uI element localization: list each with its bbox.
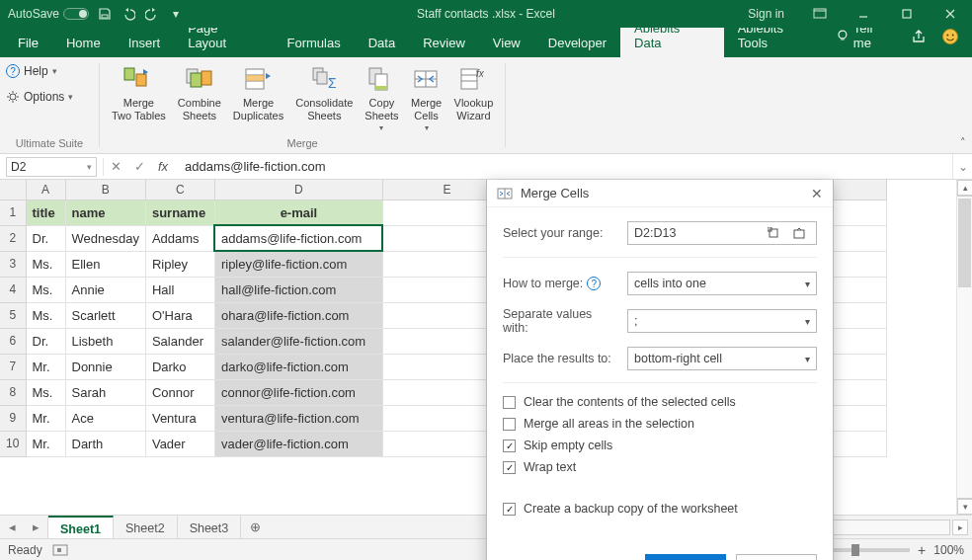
row-header[interactable]: 9 [0,405,26,431]
col-header-c[interactable]: C [145,180,214,200]
save-icon[interactable] [97,6,113,22]
row-header[interactable]: 2 [0,225,26,251]
cell[interactable]: title [26,200,65,225]
name-box[interactable]: D2▾ [6,157,97,177]
row-header[interactable]: 1 [0,200,26,225]
minimize-icon[interactable] [842,0,885,28]
combine-sheets-button[interactable]: Combine Sheets [172,61,227,134]
cell[interactable]: Addams [145,225,214,251]
clear-contents-checkbox[interactable]: Clear the contents of the selected cells [503,395,817,409]
sheet-tab-2[interactable]: Sheet2 [114,516,178,538]
tab-insert[interactable]: Insert [115,30,175,57]
zoom-value[interactable]: 100% [933,543,964,557]
sheet-tab-3[interactable]: Sheet3 [178,516,242,538]
cell[interactable]: Darth [65,431,145,456]
copy-sheets-button[interactable]: Copy Sheets▾ [359,61,404,134]
help-button[interactable]: ?Help▾ [6,61,93,81]
cell[interactable]: Ace [65,405,145,431]
row-header[interactable]: 5 [0,302,26,328]
cell[interactable]: Donnie [65,354,145,379]
tab-developer[interactable]: Developer [534,30,620,57]
signin-link[interactable]: Sign in [734,7,798,21]
cell[interactable]: Dr. [26,225,65,251]
row-header[interactable]: 6 [0,328,26,354]
collapse-ribbon-icon[interactable]: ˄ [960,136,966,149]
cell[interactable]: Dr. [26,328,65,354]
tab-formulas[interactable]: Formulas [274,30,355,57]
insert-function-icon[interactable]: fx [151,157,175,177]
share-icon[interactable] [908,25,932,48]
cell[interactable]: hall@life-fiction.com [214,277,382,302]
row-header[interactable]: 3 [0,251,26,277]
row-header[interactable]: 10 [0,431,26,456]
cell[interactable]: Ellen [65,251,145,277]
row-header[interactable]: 8 [0,379,26,405]
cell[interactable]: e-mail [214,200,382,225]
cell[interactable]: vader@life-fiction.com [214,431,382,456]
merge-duplicates-button[interactable]: Merge Duplicates [227,61,289,134]
backup-checkbox[interactable]: Create a backup copy of the worksheet [503,502,817,516]
sheet-nav-prev-icon[interactable]: ◂ [0,516,24,538]
macro-recorder-icon[interactable] [52,544,68,556]
cell[interactable]: Mr. [26,405,65,431]
maximize-icon[interactable] [885,0,929,28]
panel-close-icon[interactable]: ✕ [811,186,823,201]
tab-review[interactable]: Review [409,30,479,57]
row-header[interactable]: 4 [0,277,26,302]
vertical-scrollbar[interactable]: ▴ ▾ [956,180,972,515]
cell[interactable]: Ventura [145,405,214,431]
cell[interactable]: Ms. [26,302,65,328]
cell[interactable]: Vader [145,431,214,456]
cell[interactable]: ventura@life-fiction.com [214,405,382,431]
cell[interactable]: Mr. [26,354,65,379]
cell[interactable]: ohara@life-fiction.com [214,302,382,328]
qat-customize-icon[interactable]: ▾ [168,6,184,22]
cell[interactable]: Ripley [145,251,214,277]
tab-view[interactable]: View [479,30,534,57]
accept-formula-icon[interactable]: ✓ [127,157,151,177]
cell[interactable]: connor@life-fiction.com [214,379,382,405]
cell[interactable]: Lisbeth [65,328,145,354]
merge-two-tables-button[interactable]: Merge Two Tables [106,61,172,134]
cell[interactable]: O'Hara [145,302,214,328]
merge-button[interactable]: Merge [645,554,726,560]
tab-file[interactable]: File [4,30,52,57]
cell[interactable]: Annie [65,277,145,302]
row-header[interactable]: 7 [0,354,26,379]
select-all-corner[interactable] [0,180,26,200]
cell[interactable]: Connor [145,379,214,405]
select-range-icon[interactable] [763,222,784,244]
tab-home[interactable]: Home [52,30,115,57]
col-header-b[interactable]: B [65,180,145,200]
cell[interactable]: Ms. [26,277,65,302]
cell[interactable]: Hall [145,277,214,302]
cell[interactable]: surname [145,200,214,225]
consolidate-sheets-button[interactable]: ΣConsolidate Sheets [289,61,359,134]
cell[interactable]: Mr. [26,431,65,456]
cell-active[interactable]: addams@life-fiction.com [214,225,382,251]
scroll-up-icon[interactable]: ▴ [957,180,972,196]
range-input[interactable]: D2:D13 [627,221,817,245]
cell[interactable]: Scarlett [65,302,145,328]
close-icon[interactable] [929,0,972,28]
scroll-down-icon[interactable]: ▾ [957,499,972,515]
feedback-icon[interactable] [938,25,962,48]
cell[interactable]: ripley@life-fiction.com [214,251,382,277]
merge-cells-button[interactable]: Merge Cells▾ [405,61,448,134]
col-header-d[interactable]: D [214,180,382,200]
ribbon-options-icon[interactable] [798,0,842,28]
cell[interactable]: Wednesday [65,225,145,251]
cell[interactable]: salander@life-fiction.com [214,328,382,354]
options-button[interactable]: Options▾ [6,87,93,107]
wrap-text-checkbox[interactable]: Wrap text [503,460,817,474]
merge-all-areas-checkbox[interactable]: Merge all areas in the selection [503,417,817,431]
separator-select[interactable]: ;▾ [627,309,817,333]
sheet-nav-next-icon[interactable]: ▸ [24,516,47,538]
cell[interactable]: Sarah [65,379,145,405]
cancel-button[interactable]: Cancel [736,554,817,560]
cell[interactable]: Darko [145,354,214,379]
zoom-handle[interactable] [851,544,859,556]
redo-icon[interactable] [144,6,160,22]
add-sheet-icon[interactable]: ⊕ [241,516,269,538]
vlookup-wizard-button[interactable]: fxVlookup Wizard [448,61,500,134]
